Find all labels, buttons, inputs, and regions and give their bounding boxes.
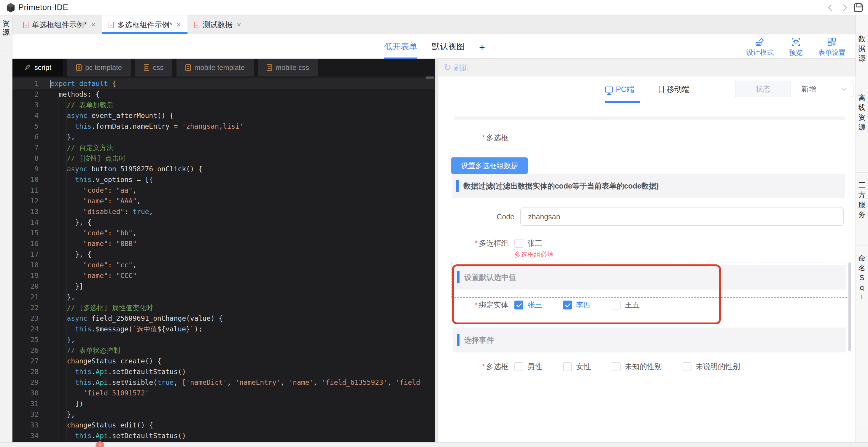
sidebar-item-named-sql[interactable]: 命 名 S q l bbox=[856, 245, 868, 299]
code-area[interactable]: 1export default {2 methods: {3 // 表单加载后4… bbox=[12, 76, 435, 442]
section-default-values[interactable]: 设置默认选中值 bbox=[453, 265, 846, 289]
code-line: 34 this.Api.setDefaultStatus() bbox=[12, 431, 435, 441]
checkbox-option[interactable]: 李四 bbox=[563, 300, 591, 310]
checkbox-option[interactable]: 张三 bbox=[515, 238, 542, 248]
checkbox-option[interactable]: 女性 bbox=[563, 362, 591, 371]
preview-button[interactable]: 预览 bbox=[789, 37, 803, 57]
editor-tab[interactable]: pc template bbox=[67, 59, 131, 76]
code-line: 33 changeStatus_edit() { bbox=[12, 420, 435, 431]
view-tabs: 低开表单默认视图+ bbox=[384, 41, 485, 56]
tab-pc[interactable]: PC端 bbox=[605, 84, 634, 95]
set-checkbox-data-button[interactable]: 设置多选框组数据 bbox=[451, 158, 528, 174]
checkbox-label: 女性 bbox=[576, 362, 591, 371]
group-label: 多选框组 bbox=[479, 239, 508, 247]
editor-tab-label: pc template bbox=[85, 63, 122, 72]
checkbox[interactable] bbox=[612, 362, 621, 371]
design-mode-icon bbox=[755, 37, 765, 47]
refresh-button[interactable]: ↻ 刷新 bbox=[438, 59, 856, 76]
checkbox-option[interactable]: 未知的性别 bbox=[612, 362, 662, 371]
document-icon bbox=[194, 22, 199, 28]
code-line: 25 }, bbox=[12, 334, 435, 345]
section-data-filter: 数据过滤(过滤出数据实体的code等于当前表单的code数据) bbox=[452, 174, 845, 198]
primeton-ide-window: Primeton-IDE 资 源 单选框组件示例*×多选框组件示例*×测试数据×… bbox=[0, 0, 868, 447]
code-line: 31 ]) bbox=[12, 399, 435, 409]
validation-error: 多选框组必填 bbox=[515, 250, 554, 259]
section-accent-bar bbox=[456, 180, 459, 192]
view-tab[interactable]: 低开表单 bbox=[384, 41, 417, 56]
sidebar-item-third-party-service[interactable]: 三 方 服 务 bbox=[856, 173, 868, 245]
code-line: 17 }, { bbox=[12, 249, 435, 260]
preview-icon bbox=[791, 37, 801, 47]
close-icon[interactable]: × bbox=[91, 20, 95, 29]
document-icon bbox=[267, 64, 272, 71]
active-tab-underline bbox=[605, 101, 640, 103]
sidebar-item-resources[interactable]: 资 源 bbox=[0, 15, 12, 50]
checkbox-label: 张三 bbox=[527, 300, 542, 310]
checkbox[interactable] bbox=[515, 301, 523, 309]
sidebar-item-datasource[interactable]: 数 据 源 bbox=[856, 26, 868, 85]
editor-tab-label: script bbox=[34, 63, 51, 72]
checkbox[interactable] bbox=[683, 362, 691, 371]
checkbox-group-row: *多选框组 张三 bbox=[438, 238, 563, 248]
code-line: 22 // [多选框] 属性值变化时 bbox=[12, 302, 435, 313]
editor-tab-bar: ✎scriptpc templatecssmobile templatemobi… bbox=[12, 59, 435, 76]
checkbox[interactable] bbox=[563, 301, 572, 309]
code-line: 15 "code": "bb", bbox=[12, 228, 435, 238]
section-title: 数据过滤(过滤出数据实体的code等于当前表单的code数据) bbox=[463, 181, 658, 191]
editor-tab[interactable]: ✎script bbox=[12, 59, 63, 76]
panel-scrollbar-thumb[interactable] bbox=[848, 262, 851, 351]
left-rail: 资 源 bbox=[0, 15, 12, 442]
design-mode-button[interactable]: 设计模式 bbox=[746, 37, 774, 57]
section-accent-bar bbox=[457, 271, 460, 283]
code-input[interactable] bbox=[520, 207, 844, 226]
code-line: 9 async button_51958276_onClick() { bbox=[12, 164, 435, 174]
editor-tab[interactable]: css bbox=[135, 59, 173, 76]
status-label: 状态 bbox=[735, 81, 791, 97]
pencil-icon: ✎ bbox=[24, 63, 31, 72]
file-tab[interactable]: 单选框组件示例*× bbox=[17, 15, 102, 34]
form-preview-panel: ↻ 刷新 PC端 移动端 状态 新增 * bbox=[438, 59, 856, 442]
checkbox[interactable] bbox=[563, 362, 572, 371]
view-tab[interactable]: 默认视图 bbox=[432, 41, 465, 56]
checkbox-option[interactable]: 张三 bbox=[515, 300, 542, 310]
checkbox-option[interactable]: 王五 bbox=[612, 300, 640, 310]
bottom-strip bbox=[0, 442, 868, 447]
checkbox[interactable] bbox=[515, 239, 523, 248]
code-editor: ✎scriptpc templatecssmobile templatemobi… bbox=[12, 59, 435, 442]
title-bar: Primeton-IDE bbox=[0, 0, 868, 15]
spacer bbox=[856, 15, 868, 26]
editor-scrollbar-thumb[interactable] bbox=[426, 76, 434, 79]
bind-label: 绑定实体 bbox=[479, 301, 508, 309]
save-icon[interactable] bbox=[854, 3, 863, 12]
form-body: *多选框 设置多选框组数据 数据过滤(过滤出数据实体的code等于当前表单的co… bbox=[438, 103, 856, 442]
file-tab[interactable]: 测试数据× bbox=[187, 15, 248, 34]
editor-tab-label: css bbox=[153, 63, 163, 72]
checkbox[interactable] bbox=[515, 362, 523, 371]
file-tab[interactable]: 多选框组件示例*× bbox=[102, 15, 187, 34]
close-icon[interactable]: × bbox=[237, 20, 241, 29]
close-icon[interactable]: × bbox=[177, 20, 181, 29]
nav-back-icon[interactable] bbox=[828, 4, 835, 11]
document-icon bbox=[76, 64, 82, 71]
checkbox[interactable] bbox=[612, 301, 621, 309]
nav-forward-icon[interactable] bbox=[840, 4, 847, 11]
editor-tab-label: mobile template bbox=[194, 63, 244, 72]
document-icon bbox=[108, 22, 114, 28]
tab-mobile[interactable]: 移动端 bbox=[659, 84, 690, 95]
sidebar-item-offline-resource[interactable]: 离 线 资 源 bbox=[856, 85, 868, 173]
section-title: 选择事件 bbox=[464, 335, 494, 345]
form-settings-button[interactable]: 表单设置 bbox=[818, 37, 845, 57]
device-tab-row: PC端 移动端 状态 新增 bbox=[438, 76, 856, 103]
document-icon bbox=[185, 64, 191, 71]
checkbox-option[interactable]: 未说明的性别 bbox=[683, 362, 740, 371]
add-view-button[interactable]: + bbox=[479, 41, 485, 56]
checkbox-option[interactable]: 男性 bbox=[515, 362, 542, 371]
code-line: 32 }, bbox=[12, 409, 435, 420]
monitor-icon bbox=[605, 87, 613, 93]
editor-tab[interactable]: mobile template bbox=[177, 59, 253, 76]
status-dropdown[interactable]: 新增 bbox=[791, 81, 853, 97]
editor-tab[interactable]: mobile css bbox=[258, 59, 318, 76]
field-label: 多选框 bbox=[486, 133, 508, 142]
section-select-event: 选择事件 bbox=[453, 328, 846, 352]
code-line: 14 }, { bbox=[12, 217, 435, 228]
